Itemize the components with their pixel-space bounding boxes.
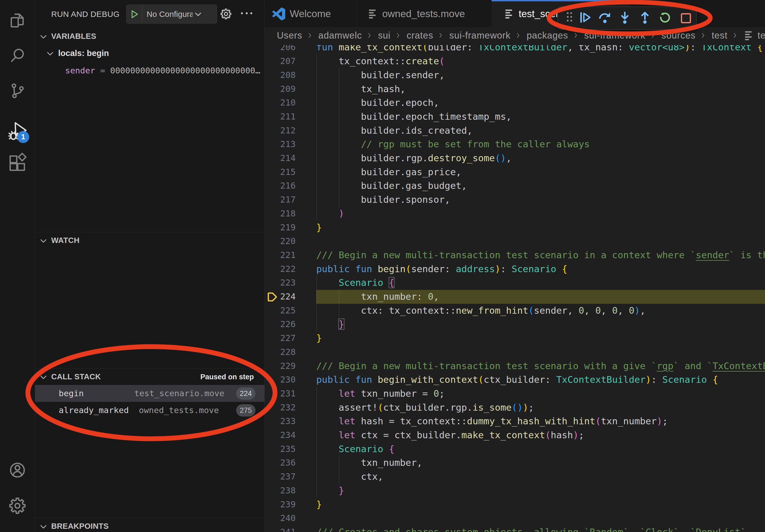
code-line-224[interactable]: 224 txn_number: 0, bbox=[265, 290, 765, 304]
code-line-232[interactable]: 232 assert!(ctx_builder.rgp.is_some()); bbox=[265, 401, 765, 415]
code-line-230[interactable]: 230public fun begin_with_context(ctx_bui… bbox=[265, 373, 765, 387]
section-breakpoints-header[interactable]: BREAKPOINTS bbox=[35, 518, 265, 532]
breadcrumb[interactable]: Usersadamwelcsuicratessui-frameworkpacka… bbox=[265, 28, 765, 45]
debug-step-into-button[interactable] bbox=[618, 12, 631, 25]
activity-bar-item-accounts[interactable] bbox=[0, 457, 35, 483]
section-variables-title: VARIABLES bbox=[51, 32, 96, 41]
code-line-222[interactable]: 222public fun begin(sender: address): Sc… bbox=[265, 262, 765, 276]
line-number: 211 bbox=[265, 110, 296, 124]
code-line-218[interactable]: 218 ) bbox=[265, 207, 765, 221]
code-line-209[interactable]: 209 tx_hash, bbox=[265, 82, 765, 96]
run-config-dropdown[interactable]: No Configurations bbox=[126, 5, 217, 24]
chevron-right-icon bbox=[367, 32, 374, 39]
code-line-226[interactable]: 226 } bbox=[265, 317, 765, 331]
code-line-240[interactable]: 240 bbox=[265, 511, 765, 525]
breadcrumb-item[interactable]: crates bbox=[406, 30, 433, 41]
extensions-icon bbox=[8, 153, 27, 171]
code-line-233[interactable]: 233 let hash = tx_context::dummy_tx_hash… bbox=[265, 414, 765, 428]
activity-bar-item-explorer[interactable] bbox=[0, 8, 35, 34]
breadcrumb-item[interactable]: test bbox=[712, 30, 727, 41]
code-line-225[interactable]: 225 ctx: tx_context::new_from_hint(sende… bbox=[265, 304, 765, 318]
activity-bar-item-settings[interactable] bbox=[0, 493, 35, 519]
code-line-219[interactable]: 219} bbox=[265, 221, 765, 235]
line-number: 208 bbox=[265, 68, 296, 82]
code-line-217[interactable]: 217 builder.sponsor, bbox=[265, 193, 765, 207]
code-line-223[interactable]: 223 Scenario { bbox=[265, 276, 765, 290]
debug-stop-button[interactable] bbox=[679, 12, 692, 25]
line-number: 234 bbox=[265, 428, 296, 442]
sidebar-title: RUN AND DEBUG bbox=[51, 10, 120, 19]
code-line-213[interactable]: 213 // rgp must be set from the caller a… bbox=[265, 137, 765, 151]
code-line-221[interactable]: 221/// Begin a new multi-transaction tes… bbox=[265, 248, 765, 262]
section-variables-header[interactable]: VARIABLES bbox=[35, 28, 265, 45]
code-text: builder.epoch, bbox=[316, 96, 439, 110]
breadcrumb-item[interactable]: sources bbox=[661, 30, 696, 41]
breadcrumb-item[interactable]: sui bbox=[378, 30, 390, 41]
debug-continue-button[interactable] bbox=[579, 12, 591, 25]
variable-row-sender[interactable]: sender = 0000000000000000000000000000000… bbox=[65, 62, 265, 79]
code-line-234[interactable]: 234 let ctx = ctx_builder.make_tx_contex… bbox=[265, 428, 765, 442]
code-line-212[interactable]: 212 builder.ids_created, bbox=[265, 124, 765, 138]
variables-scope-row[interactable]: locals: begin bbox=[35, 45, 265, 62]
line-number: 214 bbox=[265, 151, 296, 165]
gripper-icon[interactable] bbox=[567, 12, 572, 21]
code-text: } bbox=[316, 498, 322, 512]
account-icon bbox=[8, 461, 27, 479]
code-line-238[interactable]: 238 } bbox=[265, 484, 765, 498]
line-number: 216 bbox=[265, 179, 296, 193]
code-line-208[interactable]: 208 builder.sender, bbox=[265, 68, 765, 82]
code-line-216[interactable]: 216 builder.gas_budget, bbox=[265, 179, 765, 193]
line-number: 223 bbox=[265, 276, 296, 290]
activity-bar-item-run-and-debug[interactable]: 1 bbox=[0, 119, 35, 144]
code-line-207[interactable]: 207 tx_context::create( bbox=[265, 54, 765, 68]
code-text: txn_number, bbox=[316, 456, 422, 470]
code-line-214[interactable]: 214 builder.rgp.destroy_some(), bbox=[265, 151, 765, 165]
frame-line-badge: 224 bbox=[236, 387, 256, 400]
breadcrumb-item[interactable]: sui-framework bbox=[584, 30, 645, 41]
frame-function-name: already_marked bbox=[59, 405, 129, 415]
code-line-210[interactable]: 210 builder.epoch, bbox=[265, 96, 765, 110]
section-watch-header[interactable]: WATCH bbox=[35, 232, 265, 249]
activity-bar-item-extensions[interactable] bbox=[0, 149, 35, 175]
tab-welcome[interactable]: Welcome bbox=[265, 0, 357, 28]
breadcrumb-item[interactable]: Users bbox=[277, 30, 302, 41]
start-debug-button[interactable] bbox=[127, 5, 142, 23]
code-text: assert!(ctx_builder.rgp.is_some()); bbox=[316, 401, 534, 415]
call-stack-frame-already_marked[interactable]: already_markedowned_tests.move275 bbox=[35, 402, 265, 419]
debug-badge: 1 bbox=[17, 131, 29, 143]
code-line-236[interactable]: 236 txn_number, bbox=[265, 456, 765, 470]
section-call-stack-header[interactable]: CALL STACK Paused on step bbox=[35, 369, 265, 385]
activity-bar-item-source-control[interactable] bbox=[0, 78, 35, 104]
code-line-239[interactable]: 239} bbox=[265, 498, 765, 512]
breadcrumb-item[interactable]: adamwelc bbox=[319, 30, 362, 41]
tab-owned-tests-move[interactable]: owned_tests.move bbox=[357, 0, 491, 28]
debug-continue-icon bbox=[579, 12, 591, 25]
debug-step-over-button[interactable] bbox=[598, 12, 611, 25]
editor-group: 206fun make_tx_context(builder: TxContex… bbox=[265, 0, 765, 532]
activity-bar-item-search[interactable] bbox=[0, 43, 35, 69]
code-line-235[interactable]: 235 Scenario { bbox=[265, 442, 765, 456]
code-line-229[interactable]: 229/// Begin a new multi-transaction tes… bbox=[265, 359, 765, 373]
debug-restart-button[interactable] bbox=[659, 12, 671, 25]
call-stack-frame-begin[interactable]: begintest_scenario.move224 bbox=[35, 385, 265, 402]
code-line-220[interactable]: 220 bbox=[265, 234, 765, 248]
code-line-227[interactable]: 227} bbox=[265, 331, 765, 345]
code-line-241[interactable]: 241/// Creates and shares system objects… bbox=[265, 525, 765, 532]
line-number: 210 bbox=[265, 96, 296, 110]
breadcrumb-item[interactable]: packages bbox=[527, 30, 568, 41]
settings-gear-icon bbox=[8, 497, 27, 515]
code-line-228[interactable]: 228 bbox=[265, 345, 765, 359]
views-more-actions-button[interactable] bbox=[241, 12, 252, 14]
code-line-231[interactable]: 231 let txn_number = 0; bbox=[265, 387, 765, 401]
debug-settings-gear-button[interactable] bbox=[220, 8, 232, 20]
code-line-211[interactable]: 211 builder.epoch_timestamp_ms, bbox=[265, 110, 765, 124]
line-number: 225 bbox=[265, 304, 296, 318]
code-line-215[interactable]: 215 builder.gas_price, bbox=[265, 165, 765, 179]
code-line-237[interactable]: 237 ctx, bbox=[265, 470, 765, 484]
chevron-right-icon bbox=[395, 32, 402, 39]
breadcrumb-item[interactable]: sui-framework bbox=[449, 30, 510, 41]
debug-step-out-button[interactable] bbox=[638, 12, 651, 25]
breadcrumb-file[interactable]: test_scenario.move bbox=[744, 30, 765, 41]
vscode-logo-icon bbox=[272, 8, 285, 20]
code-area[interactable]: 206fun make_tx_context(builder: TxContex… bbox=[265, 0, 765, 532]
